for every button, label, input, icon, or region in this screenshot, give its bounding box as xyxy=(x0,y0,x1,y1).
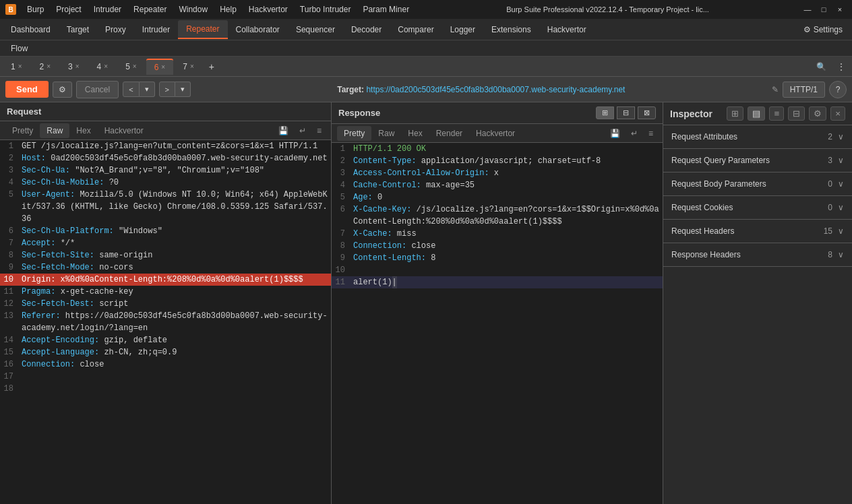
titlebar-left: B Burp Project Intruder Repeater Window … xyxy=(5,3,415,15)
view-vertical-button[interactable]: ⊠ xyxy=(638,106,656,119)
nav-extensions[interactable]: Extensions xyxy=(483,21,539,38)
settings-label: Settings xyxy=(814,25,843,34)
tab-3-close[interactable]: × xyxy=(75,63,80,70)
nav-collaborator[interactable]: Collaborator xyxy=(228,21,288,38)
target-url-display: Target: https://0ad200c503df45e5c0fa8b3d… xyxy=(195,85,768,94)
nav-repeater[interactable]: Repeater xyxy=(178,20,227,39)
next-request-button[interactable]: > xyxy=(159,82,175,97)
menu-burp[interactable]: Burp xyxy=(22,3,49,15)
nav-dashboard[interactable]: Dashboard xyxy=(3,21,59,38)
tab-1-close[interactable]: × xyxy=(18,63,22,70)
menu-intruder[interactable]: Intruder xyxy=(88,3,127,15)
response-tab-raw[interactable]: Raw xyxy=(371,126,401,141)
tab-2-close[interactable]: × xyxy=(47,63,51,70)
inspector-split-button[interactable]: ⊟ xyxy=(788,106,805,121)
menu-help[interactable]: Help xyxy=(214,3,242,15)
response-more-icon[interactable]: ≡ xyxy=(644,127,657,139)
inspector-align-button[interactable]: ≡ xyxy=(769,106,784,121)
tab-7-close[interactable]: × xyxy=(190,63,194,70)
settings-button[interactable]: ⚙ Settings xyxy=(797,22,849,37)
maximize-button[interactable]: □ xyxy=(817,3,830,16)
response-line-7: 7 X-Cache: miss xyxy=(332,228,663,240)
response-tab-render[interactable]: Render xyxy=(429,126,469,141)
response-headers-chevron: ∨ xyxy=(838,250,844,259)
nav-comparer[interactable]: Comparer xyxy=(390,21,442,38)
request-body-params-header[interactable]: Request Body Parameters 0 ∨ xyxy=(663,172,852,195)
inspector-close-button[interactable]: × xyxy=(830,106,845,121)
flow-label[interactable]: Flow xyxy=(5,42,33,55)
send-options-button[interactable]: ⚙ xyxy=(53,82,72,98)
tab-2[interactable]: 2 × xyxy=(32,59,59,74)
response-code-area[interactable]: 1 HTTP/1.1 200 OK 2 Content-Type: applic… xyxy=(332,143,663,504)
tab-5[interactable]: 5 × xyxy=(117,59,145,74)
prev-request-dropdown[interactable]: ▾ xyxy=(140,82,155,97)
request-code-area[interactable]: 1 GET /js/localize.js?lang=en?utm_conten… xyxy=(0,140,331,504)
request-tab-raw[interactable]: Raw xyxy=(40,123,69,138)
http-version-button[interactable]: HTTP/1 xyxy=(783,82,825,98)
response-tab-hackvertor[interactable]: Hackvertor xyxy=(469,126,522,141)
nav-decoder[interactable]: Decoder xyxy=(343,21,390,38)
menu-repeater[interactable]: Repeater xyxy=(128,3,172,15)
inspector-view-grid-button[interactable]: ⊞ xyxy=(727,106,743,121)
request-headers-header[interactable]: Request Headers 15 ∨ xyxy=(663,220,852,243)
inspector-request-headers: Request Headers 15 ∨ xyxy=(663,220,852,243)
request-tab-hex[interactable]: Hex xyxy=(69,123,97,138)
prev-request-button[interactable]: < xyxy=(123,82,139,97)
minimize-button[interactable]: — xyxy=(801,3,814,16)
menu-turbo-intruder[interactable]: Turbo Intruder xyxy=(295,3,357,15)
inspector-view-list-button[interactable]: ▤ xyxy=(748,106,765,121)
cancel-button[interactable]: Cancel xyxy=(76,81,119,98)
request-headers-count: 15 xyxy=(824,226,832,236)
tab-6[interactable]: 6 × xyxy=(146,59,174,75)
tab-1[interactable]: 1 × xyxy=(3,59,30,74)
add-tab-button[interactable]: + xyxy=(204,59,220,75)
tab-4[interactable]: 4 × xyxy=(89,59,117,74)
nav-hackvertor[interactable]: Hackvertor xyxy=(539,21,595,38)
help-button[interactable]: ? xyxy=(829,81,847,98)
request-query-params-header[interactable]: Request Query Parameters 3 ∨ xyxy=(663,149,852,172)
menu-project[interactable]: Project xyxy=(51,3,86,15)
next-request-dropdown[interactable]: ▾ xyxy=(175,82,191,97)
request-more-icon[interactable]: ≡ xyxy=(313,125,326,137)
nav-logger[interactable]: Logger xyxy=(442,21,483,38)
request-attributes-header[interactable]: Request Attributes 2 ∨ xyxy=(663,125,852,148)
request-cookies-header[interactable]: Request Cookies 0 ∨ xyxy=(663,196,852,219)
tab-4-close[interactable]: × xyxy=(104,63,108,70)
request-wrap-icon[interactable]: ↵ xyxy=(295,125,310,137)
request-line-2: 2 Host: 0ad200c503df45e5c0fa8b3d00ba0007… xyxy=(0,152,331,164)
view-split-button[interactable]: ⊞ xyxy=(596,106,614,119)
response-line-1: 1 HTTP/1.1 200 OK xyxy=(332,143,663,155)
navigation-buttons: < ▾ xyxy=(123,82,154,97)
request-tab-hackvertor[interactable]: Hackvertor xyxy=(98,123,150,138)
more-options-icon[interactable]: ⋮ xyxy=(833,61,849,73)
response-wrap-icon[interactable]: ↵ xyxy=(627,127,642,139)
request-body-params-count: 0 xyxy=(828,179,832,189)
send-button[interactable]: Send xyxy=(5,81,49,98)
tab-6-close[interactable]: × xyxy=(161,63,165,71)
search-icon[interactable]: 🔍 xyxy=(812,61,830,73)
tab-5-close[interactable]: × xyxy=(133,63,137,70)
nav-sequencer[interactable]: Sequencer xyxy=(288,21,343,38)
tab-3[interactable]: 3 × xyxy=(60,59,88,74)
close-button[interactable]: × xyxy=(833,3,847,16)
tab-7[interactable]: 7 × xyxy=(175,59,202,74)
response-headers-header[interactable]: Response Headers 8 ∨ xyxy=(663,243,852,266)
menu-window[interactable]: Window xyxy=(173,3,213,15)
response-save-icon[interactable]: 💾 xyxy=(606,127,624,139)
inspector-settings-button[interactable]: ⚙ xyxy=(809,106,826,121)
nav-target[interactable]: Target xyxy=(59,21,97,38)
request-tab-pretty[interactable]: Pretty xyxy=(5,123,40,138)
main-navigation: Dashboard Target Proxy Intruder Repeater… xyxy=(0,19,852,40)
nav-proxy[interactable]: Proxy xyxy=(97,21,134,38)
edit-target-icon[interactable]: ✎ xyxy=(772,85,779,94)
response-tab-hex[interactable]: Hex xyxy=(401,126,429,141)
menu-param-miner[interactable]: Param Miner xyxy=(357,3,415,15)
response-tab-pretty[interactable]: Pretty xyxy=(337,126,371,141)
menu-hackvertor[interactable]: Hackvertor xyxy=(243,3,293,15)
tab-3-label: 3 xyxy=(68,62,73,71)
target-url-value: https://0ad200c503df45e5c0fa8b3d00ba0007… xyxy=(366,85,625,94)
view-horizontal-button[interactable]: ⊟ xyxy=(617,106,635,119)
tab-6-label: 6 xyxy=(154,63,159,72)
request-save-icon[interactable]: 💾 xyxy=(274,125,293,137)
nav-intruder[interactable]: Intruder xyxy=(134,21,178,38)
